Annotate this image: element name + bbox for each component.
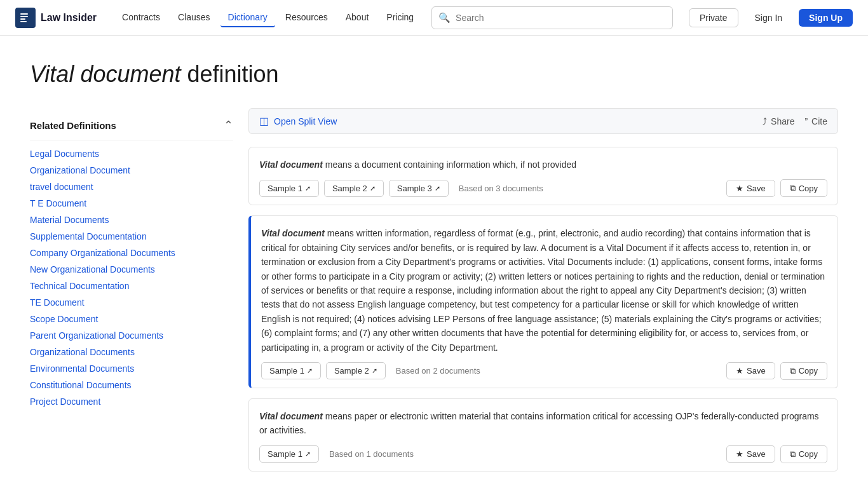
list-item: Scope Document [30,311,233,327]
external-link-icon: ➚ [372,367,377,375]
list-item: New Organizational Documents [30,261,233,278]
page-title: Vital document definition [30,61,838,88]
sidebar-item-link[interactable]: Technical Documentation [30,281,129,291]
definition-body: Vital document means a document containi… [249,147,837,172]
definition-footer: Sample 1 ➚Based on 1 documents★ Save⧉ Co… [249,438,837,471]
nav-resources[interactable]: Resources [278,8,336,27]
save-button[interactable]: ★ Save [726,362,775,379]
cite-label: Cite [811,116,827,126]
signin-button[interactable]: Sign In [745,9,793,27]
sidebar-toggle-button[interactable]: ⌃ [224,118,233,132]
search-bar: 🔍 [431,6,673,29]
split-view-bar: ◫ Open Split View ⤴ Share ” Cite [248,108,838,134]
nav-clauses[interactable]: Clauses [170,8,218,27]
list-item: T E Document [30,195,233,212]
list-item: Organizational Document [30,162,233,179]
sidebar-item-link[interactable]: Organizational Document [30,165,130,175]
sidebar-item-link[interactable]: Scope Document [30,314,98,324]
copy-icon: ⧉ [790,366,796,376]
definition-footer-left: Sample 1 ➚Sample 2 ➚Sample 3 ➚Based on 3… [259,180,543,197]
sidebar-item-link[interactable]: Project Document [30,396,100,407]
open-split-view-button[interactable]: ◫ Open Split View [259,115,337,127]
list-item: Constitutional Documents [30,377,233,393]
share-label: Share [771,116,794,126]
svg-rect-0 [20,13,28,15]
sidebar-item-link[interactable]: Organizational Documents [30,347,135,357]
sample-button[interactable]: Sample 2 ➚ [324,180,384,197]
external-link-icon: ➚ [435,184,440,193]
sidebar-item-link[interactable]: Material Documents [30,215,109,225]
definition-footer: Sample 1 ➚Sample 2 ➚Sample 3 ➚Based on 3… [249,172,837,205]
definition-card: Vital document means a document containi… [248,147,838,205]
definition-card: Vital document means written information… [248,215,838,388]
list-item: travel document [30,179,233,195]
nav-about[interactable]: About [338,8,377,27]
split-icon: ◫ [259,115,269,127]
external-link-icon: ➚ [305,184,311,193]
logo-icon [15,8,36,28]
private-button[interactable]: Private [689,8,738,27]
definition-term: Vital document [259,411,323,421]
definition-footer-right: ★ Save⧉ Copy [726,362,827,380]
sample-button[interactable]: Sample 1 ➚ [259,180,319,197]
sidebar-item-link[interactable]: Parent Organizational Documents [30,330,163,341]
sample-button[interactable]: Sample 2 ➚ [326,362,386,379]
based-on-label: Based on 3 documents [454,184,543,193]
sample-button[interactable]: Sample 3 ➚ [389,180,449,197]
site-name: Law Insider [41,12,97,24]
cite-icon: ” [804,116,808,126]
sidebar-item-link[interactable]: Supplemental Documentation [30,231,147,241]
definition-footer-right: ★ Save⧉ Copy [726,179,827,197]
sidebar-item-link[interactable]: New Organizational Documents [30,264,155,274]
copy-button[interactable]: ⧉ Copy [780,445,827,463]
list-item: Environmental Documents [30,360,233,377]
page-title-italic: Vital document [30,61,180,87]
signup-button[interactable]: Sign Up [799,9,853,27]
based-on-label: Based on 2 documents [391,366,480,376]
sidebar-item-link[interactable]: travel document [30,182,93,192]
list-item: Organizational Documents [30,344,233,360]
nav-dictionary[interactable]: Dictionary [220,8,275,27]
external-link-icon: ➚ [305,450,311,458]
definition-card: Vital document means paper or electronic… [248,398,838,471]
sidebar-item-link[interactable]: T E Document [30,198,86,208]
content-layout: Related Definitions ⌃ Legal DocumentsOrg… [30,108,838,482]
sidebar-item-link[interactable]: Constitutional Documents [30,380,132,390]
definition-body: Vital document means written information… [251,216,837,355]
sample-button[interactable]: Sample 1 ➚ [261,362,321,379]
list-item: Legal Documents [30,146,233,162]
svg-rect-1 [20,16,28,17]
definition-term: Vital document [259,159,323,170]
save-button[interactable]: ★ Save [726,445,775,463]
nav-links: Contracts Clauses Dictionary Resources A… [114,8,421,27]
nav-contracts[interactable]: Contracts [114,8,168,27]
star-icon: ★ [736,366,743,376]
definition-footer: Sample 1 ➚Sample 2 ➚Based on 2 documents… [251,355,837,388]
sidebar-item-link[interactable]: Company Organizational Documents [30,248,175,258]
share-button[interactable]: ⤴ Share [763,116,794,126]
list-item: Supplemental Documentation [30,228,233,245]
share-icon: ⤴ [763,116,767,126]
search-input[interactable] [456,13,666,23]
copy-button[interactable]: ⧉ Copy [780,362,827,380]
definition-body: Vital document means paper or electronic… [249,399,837,438]
definition-footer-right: ★ Save⧉ Copy [726,445,827,463]
sample-button[interactable]: Sample 1 ➚ [259,445,319,463]
split-view-actions: ⤴ Share ” Cite [763,116,827,126]
save-button[interactable]: ★ Save [726,180,775,197]
sidebar-item-link[interactable]: Environmental Documents [30,363,134,374]
external-link-icon: ➚ [307,367,313,375]
sidebar-item-link[interactable]: TE Document [30,297,85,308]
definition-cards: Vital document means a document containi… [248,147,838,471]
page-container: Vital document definition Related Defini… [15,36,853,488]
nav-pricing[interactable]: Pricing [379,8,421,27]
site-logo[interactable]: Law Insider [15,8,97,28]
external-link-icon: ➚ [370,184,376,193]
sidebar-item-link[interactable]: Legal Documents [30,149,99,159]
sidebar: Related Definitions ⌃ Legal DocumentsOrg… [30,108,233,482]
copy-button[interactable]: ⧉ Copy [780,179,827,197]
list-item: Technical Documentation [30,278,233,294]
svg-rect-2 [20,18,25,20]
copy-icon: ⧉ [790,183,796,193]
cite-button[interactable]: ” Cite [804,116,827,126]
